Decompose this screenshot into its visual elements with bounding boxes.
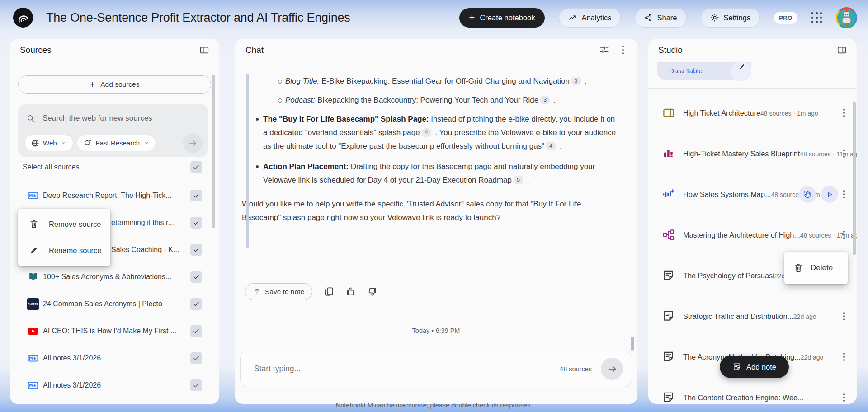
more-options-icon[interactable] xyxy=(622,46,624,54)
item-more-options-icon[interactable] xyxy=(843,393,845,402)
add-note-button[interactable]: Add note xyxy=(720,356,789,378)
save-to-note-button[interactable]: Save to note xyxy=(245,283,312,300)
source-title: Sales Coaching - K... xyxy=(111,246,190,254)
gear-icon xyxy=(710,13,719,22)
studio-scrollbar-thumb[interactable] xyxy=(853,102,856,255)
save-to-note-label: Save to note xyxy=(265,288,304,296)
source-title: 24 Common Sales Acronyms | Plecto xyxy=(43,300,190,308)
studio-item-row[interactable]: Mastering the Architecture of High...48 … xyxy=(648,215,857,255)
notebooklm-app: The One-Sentence Profit Extractor and AI… xyxy=(0,0,868,412)
item-more-options-icon[interactable] xyxy=(843,231,845,239)
studio-panel-title: Studio xyxy=(658,45,683,55)
top-bar-actions: + Create notebook Analytics Share Settin… xyxy=(459,7,857,28)
studio-item-row[interactable]: Strategic Traffic and Distribution...22d… xyxy=(648,296,857,337)
source-title: 100+ Sales Acronyms & Abbreviations... xyxy=(43,273,190,281)
studio-item-title: Mastering the Architecture of High... xyxy=(683,231,800,239)
add-sources-button[interactable]: + Add sources xyxy=(18,75,211,94)
chat-sub-bullet: Podcast: Bikepacking the Backcountry: Po… xyxy=(242,94,617,107)
citation-chip[interactable]: 4 xyxy=(422,128,431,137)
markdown-file-icon xyxy=(27,190,39,201)
user-avatar[interactable] xyxy=(836,7,857,28)
sources-panel: Sources + Add sources Web Fast Research xyxy=(10,39,219,404)
chat-bullet: The "Buy It For Life Basecamp" Splash Pa… xyxy=(242,112,617,153)
report-chart-icon xyxy=(662,147,675,160)
select-all-checkbox[interactable] xyxy=(190,161,202,173)
analytics-button[interactable]: Analytics xyxy=(559,8,621,28)
item-more-options-icon[interactable] xyxy=(843,150,845,158)
source-checkbox[interactable] xyxy=(190,244,202,256)
chat-scrollbar-thumb[interactable] xyxy=(631,337,634,351)
edit-chip-button[interactable] xyxy=(731,61,751,81)
studio-item-title: How Sales Systems Map... xyxy=(683,190,771,198)
studio-item-row[interactable]: The Content Creation Engine: Wee... xyxy=(648,377,857,404)
share-label: Share xyxy=(657,14,677,22)
item-more-options-icon[interactable] xyxy=(843,109,845,117)
citation-chip[interactable]: 3 xyxy=(571,77,581,85)
research-mode-dropdown[interactable]: Fast Research xyxy=(77,135,156,151)
source-title: All notes 3/1/2026 xyxy=(43,354,190,362)
pencil-icon xyxy=(740,64,744,69)
sources-scrollbar-thumb[interactable] xyxy=(212,75,215,228)
markdown-file-icon xyxy=(27,352,39,364)
studio-panel: Studio Data Table High Ticket Architectu… xyxy=(648,39,857,404)
source-checkbox[interactable] xyxy=(190,298,202,310)
studio-item-title: High Ticket Architecture xyxy=(683,109,760,117)
chat-header-actions xyxy=(599,45,624,55)
studio-item-row[interactable]: How Sales Systems Map...48 sources · 12m… xyxy=(648,174,857,215)
item-more-options-icon[interactable] xyxy=(843,190,845,198)
remove-source-menu-item[interactable]: Remove source xyxy=(18,211,110,237)
chat-input[interactable] xyxy=(253,364,560,374)
chat-sub-bullet: Blog Title: E-Bike Bikepacking: Essentia… xyxy=(242,75,617,88)
source-row[interactable]: 100+ Sales Acronyms & Abbreviations... xyxy=(10,263,219,290)
settings-button[interactable]: Settings xyxy=(701,8,760,28)
create-notebook-button[interactable]: + Create notebook xyxy=(459,8,545,28)
collapse-panel-icon[interactable] xyxy=(837,45,847,55)
source-row[interactable]: All notes 3/1/2026 xyxy=(10,372,219,399)
search-web-input[interactable] xyxy=(42,113,202,123)
thumbs-down-icon[interactable] xyxy=(367,286,377,297)
studio-item-row[interactable]: High-Ticket Mastery Sales Blueprint48 so… xyxy=(648,133,857,174)
chat-scrollbar-thumb-left[interactable] xyxy=(246,74,249,248)
submit-search-button[interactable] xyxy=(183,133,203,153)
waving-hand-icon xyxy=(803,190,812,199)
arrow-right-icon xyxy=(188,138,198,148)
source-checkbox[interactable] xyxy=(190,190,202,201)
studio-item-context-menu[interactable]: Delete xyxy=(784,252,848,284)
source-checkbox[interactable] xyxy=(190,271,202,283)
bullet-tail: . xyxy=(525,176,529,184)
citation-chip[interactable]: 4 xyxy=(546,142,556,150)
source-row[interactable]: Deep Research Report: The High-Tick... xyxy=(10,182,219,209)
flashcards-icon xyxy=(662,106,675,120)
settings-label: Settings xyxy=(724,14,751,22)
send-message-button[interactable] xyxy=(601,358,623,380)
citation-chip[interactable]: 5 xyxy=(514,176,523,184)
studio-item-row[interactable]: High Ticket Architecture48 sources · 1m … xyxy=(648,93,857,133)
rename-source-menu-item[interactable]: Rename source xyxy=(18,237,110,263)
share-button[interactable]: Share xyxy=(635,8,686,28)
source-checkbox[interactable] xyxy=(190,217,202,229)
source-row[interactable]: AI CEO: THIS is How I'd Make My First ..… xyxy=(10,318,219,345)
studio-item-title: Strategic Traffic and Distribution... xyxy=(683,312,793,320)
copy-icon[interactable] xyxy=(324,286,334,297)
disclaimer-text: NotebookLM can be inaccurate; please dou… xyxy=(0,402,868,409)
google-apps-grid-icon[interactable] xyxy=(811,12,822,23)
source-row[interactable]: All notes 3/1/2026 xyxy=(10,345,219,372)
tune-settings-icon[interactable] xyxy=(599,45,609,55)
source-checkbox[interactable] xyxy=(190,379,202,391)
item-more-options-icon[interactable] xyxy=(843,353,845,361)
play-audio-button[interactable] xyxy=(821,186,838,203)
source-title: AI CEO: THIS is How I'd Make My First ..… xyxy=(43,327,190,335)
source-title: Deep Research Report: The High-Tick... xyxy=(43,192,190,200)
source-checkbox[interactable] xyxy=(190,325,202,337)
share-icon xyxy=(644,14,652,22)
source-checkbox[interactable] xyxy=(190,352,202,364)
interactive-mode-button[interactable] xyxy=(799,186,816,203)
source-title: All notes 3/1/2026 xyxy=(43,381,190,389)
thumbs-up-icon[interactable] xyxy=(345,286,356,297)
item-more-options-icon[interactable] xyxy=(843,312,845,320)
collapse-panel-icon[interactable] xyxy=(199,45,209,55)
notebooklm-logo-icon[interactable] xyxy=(13,7,33,28)
source-row[interactable]: PLECTO 24 Common Sales Acronyms | Plecto xyxy=(10,290,219,318)
citation-chip[interactable]: 3 xyxy=(540,96,550,104)
web-filter-dropdown[interactable]: Web xyxy=(24,135,73,151)
